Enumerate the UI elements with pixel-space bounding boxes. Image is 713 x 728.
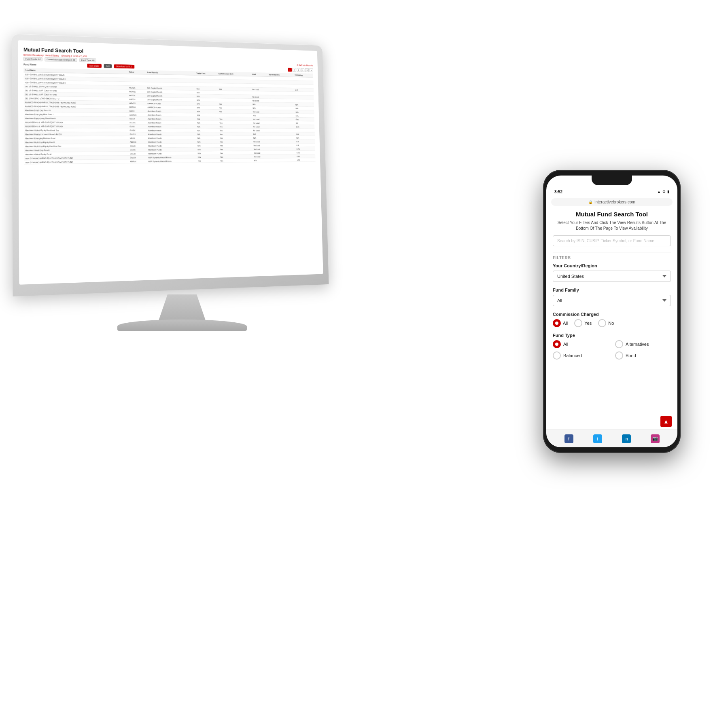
cell-18-7: 0.9 — [295, 143, 315, 147]
cell-6-5: No Load — [251, 99, 268, 103]
cell-13-5: No Load — [252, 125, 269, 128]
page-2[interactable]: 2 — [292, 68, 296, 72]
wifi-icon: ⊙ — [662, 190, 666, 194]
fund-type-balanced[interactable]: Balanced — [553, 351, 609, 360]
sort-order-button[interactable]: Sort Order — [87, 64, 101, 68]
cell-15-3: N/A — [196, 132, 219, 136]
cell-10-1: AEMSIX — [128, 113, 146, 117]
cell-19-3: N/A — [197, 147, 219, 151]
fund-family-select[interactable]: All — [553, 295, 671, 306]
cell-16-0: Aberdeen Emerging Markets Fund — [24, 136, 129, 140]
page-1[interactable]: 1 — [288, 68, 292, 72]
cell-13-3: N/A — [196, 125, 219, 128]
cell-11-2: Aberdeen Funds — [146, 116, 196, 121]
fund-type-balanced-radio[interactable] — [553, 351, 561, 360]
edit-button[interactable]: Edit — [104, 64, 112, 68]
phone-instruction: Select Your Filters And Click The View R… — [553, 220, 671, 231]
cell-6-1: ASFGX — [128, 97, 146, 101]
facebook-icon[interactable]: f — [564, 434, 573, 443]
country-region-select[interactable]: United States — [553, 271, 671, 282]
commission-no-radio[interactable] — [598, 319, 606, 327]
fund-type-all-label: All — [563, 342, 568, 347]
fund-type-bond[interactable]: Bond — [615, 351, 671, 360]
commission-all[interactable]: All — [553, 319, 568, 327]
cell-16-7: N/A — [295, 136, 315, 140]
cell-14-7 — [295, 129, 315, 132]
cell-10-3: N/A — [196, 113, 218, 117]
commission-no[interactable]: No — [598, 319, 614, 327]
fund-type-all-radio[interactable] — [553, 340, 561, 348]
scroll-to-top-button[interactable]: ▲ — [660, 416, 672, 427]
commission-all-label: All — [563, 321, 568, 326]
cell-8-3: N/A — [196, 106, 218, 110]
cell-20-5: No Load — [253, 151, 269, 155]
mobile-phone: 3:52 ▲ ⊙ ▮ 🔒 interactivebrokers.com Mutu… — [543, 170, 689, 461]
fund-family-group: Fund Family All — [553, 288, 671, 306]
signal-icon: ▲ — [657, 190, 661, 194]
table-row[interactable]: Aberdeen Global Equity Fund Inst. SvcGUI… — [24, 128, 315, 132]
commission-yes-radio[interactable] — [574, 319, 582, 327]
cell-19-6 — [269, 147, 295, 151]
page-5[interactable]: 5 — [305, 68, 309, 72]
commission-yes[interactable]: Yes — [574, 319, 592, 327]
investor-residency-value[interactable]: United States — [45, 54, 59, 57]
cell-22-3: N/A — [197, 159, 219, 163]
cell-4-5 — [251, 91, 268, 95]
showing-label: Showing 1 to 50 of 1,455 — [62, 55, 87, 57]
cell-20-1: GSCIX — [129, 151, 147, 155]
cell-12-6 — [269, 121, 295, 125]
cell-10-7: N/A — [295, 114, 314, 117]
phone-url-bar[interactable]: 🔒 interactivebrokers.com — [551, 198, 673, 206]
fund-funds-filter[interactable]: Fund Funds: All — [23, 57, 42, 61]
phone-search-box[interactable]: Search by ISIN, CUSIP, Ticker Symbol, or… — [553, 235, 671, 246]
cell-19-4: Yes — [219, 147, 253, 151]
cell-17-3: N/A — [196, 140, 219, 144]
cell-18-6 — [269, 143, 295, 147]
fund-type-bond-radio[interactable] — [615, 351, 623, 360]
table-row[interactable]: Aberdeen Realty Income & Growth Fd Cl IG… — [24, 132, 315, 136]
cell-8-6 — [269, 106, 295, 110]
fund-type-balanced-label: Balanced — [563, 353, 582, 358]
page-3[interactable]: 3 — [297, 68, 300, 72]
cell-21-5: No Load — [253, 154, 269, 159]
cell-14-2: Aberdeen Funds — [147, 128, 196, 132]
cell-18-5: No Load — [253, 143, 269, 147]
fund-type-filter[interactable]: Fund Type: All — [79, 58, 96, 63]
cell-19-5: No Load — [253, 147, 269, 151]
commission-filter[interactable]: Commissionable Changed: All — [45, 57, 77, 62]
cell-9-7: N/A — [295, 110, 314, 114]
download-button[interactable]: Download to XLS — [114, 64, 134, 69]
instagram-icon[interactable]: 📷 — [651, 434, 660, 443]
refresh-button[interactable]: ↺ Refresh Results — [297, 63, 313, 66]
fund-type-all[interactable]: All — [553, 340, 609, 348]
fund-type-group: Fund Type All Alternatives Balanced — [553, 333, 671, 360]
cell-13-6 — [269, 125, 295, 128]
commission-charged-label: Commission Charged — [553, 312, 671, 317]
cell-21-3: N/A — [197, 155, 219, 159]
cell-18-1: GGLIX — [129, 144, 147, 148]
page-4[interactable]: 4 — [301, 68, 305, 72]
cell-7-5: N/A — [252, 102, 269, 106]
twitter-icon[interactable]: t — [593, 434, 602, 443]
linkedin-icon[interactable]: in — [622, 434, 631, 443]
cell-3-5: No Load — [251, 87, 268, 91]
phone-screen: 3:52 ▲ ⊙ ▮ 🔒 interactivebrokers.com Mutu… — [546, 176, 677, 447]
cell-10-4 — [218, 113, 252, 117]
cell-16-6 — [269, 136, 295, 140]
cell-20-4: Yes — [219, 151, 253, 155]
cell-22-7: 1.75 — [296, 158, 316, 162]
country-region-group: Your Country/Region United States — [553, 263, 671, 282]
commission-no-label: No — [608, 321, 614, 326]
fund-type-bond-label: Bond — [626, 353, 636, 358]
lock-icon: 🔒 — [588, 200, 593, 204]
status-icons: ▲ ⊙ ▮ — [657, 190, 669, 194]
page-next[interactable]: » — [310, 68, 313, 72]
phone-body: Mutual Fund Search Tool Select Your Filt… — [546, 207, 677, 447]
cell-4-1: AGANX — [128, 89, 146, 93]
fund-type-alternatives[interactable]: Alternatives — [615, 340, 671, 348]
cell-15-0: Aberdeen Realty Income & Growth Fd Cl I — [24, 132, 129, 136]
commission-all-radio[interactable] — [553, 319, 561, 327]
cell-11-1: GGLIX — [128, 116, 146, 121]
commission-radio-group: All Yes No — [553, 319, 671, 327]
fund-type-alternatives-radio[interactable] — [615, 340, 623, 348]
